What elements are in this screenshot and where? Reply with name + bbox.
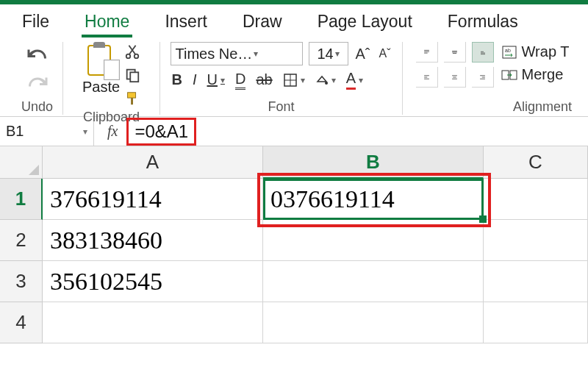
- wrap-text-button[interactable]: ab Wrap T: [501, 43, 570, 60]
- tab-page-layout[interactable]: Page Layout: [316, 9, 414, 39]
- group-undo-label: Undo: [18, 99, 57, 115]
- cell-B3[interactable]: [263, 261, 484, 302]
- cell-C3[interactable]: [484, 261, 588, 302]
- cell-B2[interactable]: [263, 220, 484, 261]
- align-middle-button[interactable]: [444, 42, 466, 63]
- underline-button[interactable]: U▾: [207, 71, 225, 88]
- group-undo: Undo: [12, 42, 63, 115]
- align-right-button[interactable]: [472, 67, 494, 88]
- format-painter-button[interactable]: [124, 90, 140, 110]
- fill-color-button[interactable]: ▾: [315, 74, 336, 86]
- cell-C1[interactable]: [484, 179, 588, 220]
- svg-point-1: [135, 54, 139, 59]
- svg-point-9: [325, 82, 328, 85]
- bold-button[interactable]: B: [172, 71, 182, 88]
- double-underline-button[interactable]: D: [235, 71, 245, 90]
- row-header-4[interactable]: 4: [0, 302, 43, 343]
- undo-button[interactable]: [24, 46, 51, 68]
- align-left-button[interactable]: [416, 67, 438, 88]
- font-name-value: Times Ne…: [176, 46, 253, 63]
- group-font-label: Font: [166, 99, 396, 115]
- fx-label[interactable]: fx: [94, 123, 126, 140]
- group-alignment: ab Wrap T Merge Alignment: [403, 42, 582, 115]
- alignment-grid: [416, 42, 494, 88]
- group-alignment-label: Alignment: [409, 99, 576, 115]
- cut-button[interactable]: [124, 43, 140, 63]
- redo-button[interactable]: [24, 74, 51, 96]
- row-header-2[interactable]: 2: [0, 220, 43, 261]
- align-bottom-button[interactable]: [472, 42, 494, 63]
- cell-C4[interactable]: [484, 302, 588, 343]
- name-box-value: B1: [6, 123, 24, 140]
- strikethrough-button[interactable]: ab: [256, 71, 272, 88]
- ribbon-tabs: File Home Insert Draw Page Layout Formul…: [0, 4, 588, 39]
- align-center-button[interactable]: [444, 67, 466, 88]
- font-size-value: 14: [317, 46, 333, 63]
- svg-rect-5: [131, 98, 133, 104]
- cell-B1[interactable]: 0376619114: [263, 179, 484, 220]
- tab-formulas[interactable]: Formulas: [446, 9, 520, 39]
- increase-font-button[interactable]: Aˆ: [354, 46, 372, 63]
- tab-file[interactable]: File: [21, 9, 51, 39]
- cell-A3[interactable]: 356102545: [43, 261, 263, 302]
- chevron-down-icon: ▾: [334, 49, 340, 59]
- merge-center-label: Merge: [522, 66, 564, 83]
- copy-button[interactable]: [124, 67, 140, 86]
- select-all-triangle[interactable]: [0, 146, 43, 179]
- svg-rect-4: [128, 93, 136, 98]
- chevron-down-icon: ▾: [83, 126, 87, 137]
- font-name-combo[interactable]: Times Ne… ▾: [171, 42, 303, 65]
- merge-center-button[interactable]: Merge: [501, 66, 570, 83]
- align-top-button[interactable]: [416, 42, 438, 63]
- cell-B4[interactable]: [263, 302, 484, 343]
- svg-point-0: [126, 54, 131, 59]
- tab-insert[interactable]: Insert: [163, 9, 209, 39]
- font-color-button[interactable]: A▾: [346, 70, 363, 90]
- formula-input[interactable]: =0&A1: [126, 118, 196, 146]
- row-header-1[interactable]: 1: [0, 179, 43, 220]
- chevron-down-icon: ▾: [252, 49, 258, 59]
- row-header-3[interactable]: 3: [0, 261, 43, 302]
- fill-handle[interactable]: [479, 215, 487, 223]
- worksheet-grid: A B C 1 376619114 0376619114 2 383138460…: [0, 146, 588, 343]
- column-header-C[interactable]: C: [484, 146, 588, 179]
- column-header-A[interactable]: A: [43, 146, 263, 179]
- column-header-B[interactable]: B: [263, 146, 484, 179]
- wrap-text-label: Wrap T: [522, 43, 570, 60]
- cell-C2[interactable]: [484, 220, 588, 261]
- cell-A4[interactable]: [43, 302, 263, 343]
- italic-button[interactable]: I: [193, 71, 197, 88]
- group-clipboard: Paste Clipboard: [63, 42, 160, 115]
- tab-home[interactable]: Home: [83, 9, 131, 39]
- ribbon: Undo Paste Clipboard: [0, 39, 588, 117]
- cell-A2[interactable]: 383138460: [43, 220, 263, 261]
- decrease-font-button[interactable]: Aˇ: [378, 47, 392, 60]
- cell-A1[interactable]: 376619114: [43, 179, 263, 220]
- group-font: Times Ne… ▾ 14 ▾ Aˆ Aˇ B I U▾ D ab ▾: [160, 42, 403, 115]
- font-size-combo[interactable]: 14 ▾: [309, 42, 348, 65]
- paste-button[interactable]: Paste: [82, 79, 120, 96]
- svg-rect-3: [130, 72, 138, 82]
- svg-text:ab: ab: [505, 48, 511, 53]
- borders-button[interactable]: ▾: [283, 73, 305, 88]
- tab-draw[interactable]: Draw: [241, 9, 284, 39]
- paste-icon[interactable]: [86, 43, 117, 79]
